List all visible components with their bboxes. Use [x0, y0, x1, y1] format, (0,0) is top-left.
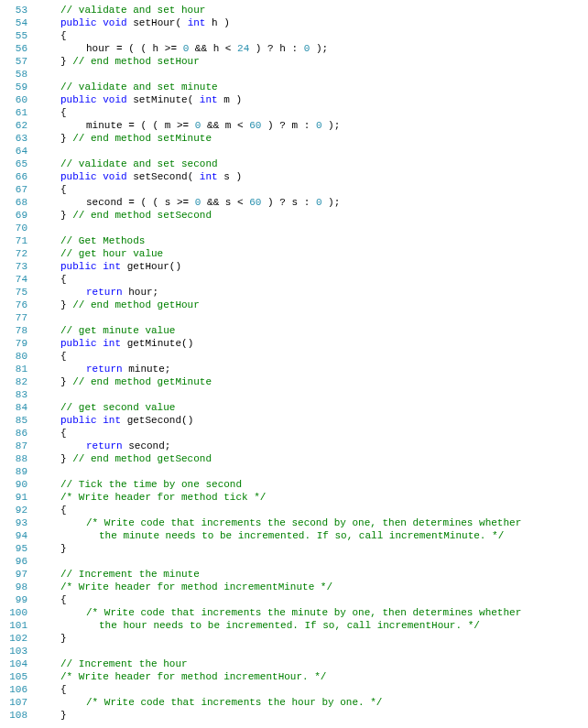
code-line: public void setHour( int h ) [35, 16, 588, 29]
line-number: 93 [0, 516, 27, 529]
line-number: 92 [0, 504, 27, 516]
code-line: } // end method setSecond [35, 209, 588, 222]
code-token: { [60, 684, 67, 695]
code-token: // Increment the minute [60, 569, 200, 580]
line-number: 72 [0, 247, 27, 260]
code-token: minute = ( ( m >= [86, 120, 195, 131]
code-token: the minute needs to be incremented. If s… [99, 530, 504, 541]
code-token: m ) [218, 94, 242, 105]
line-number: 66 [0, 170, 27, 183]
code-token: public [60, 261, 97, 272]
code-token: hour; [123, 287, 159, 298]
code-line: // Increment the hour [35, 657, 588, 670]
code-token: // get second value [60, 402, 175, 413]
line-number: 94 [0, 529, 27, 542]
code-token: /* Write code that increments the second… [86, 517, 521, 528]
code-token: } [60, 376, 72, 387]
code-token: { [60, 351, 67, 362]
line-number: 65 [0, 158, 27, 170]
code-line [35, 388, 588, 401]
line-number: 76 [0, 299, 27, 311]
code-token: /* Write header for method tick */ [60, 492, 266, 503]
code-token: ) ? h : [249, 43, 303, 54]
code-line: { [35, 29, 588, 42]
code-token: // Get Methods [60, 235, 145, 246]
code-line: hour = ( ( h >= 0 && h < 24 ) ? h : 0 ); [35, 42, 588, 55]
code-line: second = ( ( s >= 0 && s < 60 ) ? s : 0 … [35, 196, 588, 209]
code-line: { [35, 350, 588, 363]
code-line: // Get Methods [35, 234, 588, 247]
code-token: } [60, 299, 72, 310]
code-token: getHour() [121, 261, 181, 272]
line-number: 97 [0, 568, 27, 581]
code-token: // validate and set second [60, 158, 218, 169]
code-token: second = ( ( s >= [86, 197, 195, 208]
code-token: ); [321, 197, 340, 208]
code-token: // end method getMinute [72, 376, 212, 387]
code-token: // end method setSecond [72, 210, 212, 221]
code-token: // end method setHour [72, 56, 200, 67]
code-token: void [103, 94, 126, 105]
code-token: // get hour value [60, 248, 163, 259]
code-token: return [86, 364, 123, 375]
code-token: } [60, 133, 72, 144]
code-line [35, 68, 588, 81]
code-token: /* Write header for method incrementMinu… [60, 581, 332, 592]
code-token: int [200, 171, 218, 182]
code-token: /* Write code that increments the minute… [86, 607, 521, 618]
code-line: } // end method getSecond [35, 452, 588, 465]
line-number: 84 [0, 401, 27, 414]
line-number: 99 [0, 593, 27, 606]
code-line: { [35, 273, 588, 286]
code-line: { [35, 183, 588, 196]
line-number: 96 [0, 555, 27, 568]
code-token: minute; [123, 364, 171, 375]
line-number: 59 [0, 81, 27, 93]
code-line: public int getHour() [35, 260, 588, 273]
code-line: // get hour value [35, 247, 588, 260]
line-number: 86 [0, 427, 27, 440]
code-token: getMinute() [121, 338, 193, 349]
code-line: } // end method setHour [35, 55, 588, 68]
code-token: && m < [201, 120, 249, 131]
code-token: // end method getSecond [72, 453, 212, 464]
line-number: 53 [0, 4, 27, 16]
code-token: the hour needs to be incremented. If so,… [99, 620, 480, 631]
code-line: } [35, 542, 588, 555]
code-token: int [200, 94, 218, 105]
code-line: /* Write header for method incrementHour… [35, 670, 588, 683]
code-token: void [103, 171, 126, 182]
line-number: 57 [0, 55, 27, 68]
code-line [35, 311, 588, 324]
line-number: 78 [0, 324, 27, 337]
code-line: minute = ( ( m >= 0 && m < 60 ) ? m : 0 … [35, 119, 588, 132]
line-number: 74 [0, 273, 27, 286]
line-number: 68 [0, 196, 27, 209]
code-line: // Increment the minute [35, 568, 588, 581]
code-line: /* Write header for method incrementMinu… [35, 581, 588, 593]
code-line: the hour needs to be incremented. If so,… [35, 619, 588, 632]
code-token: // end method getHour [72, 299, 200, 310]
code-line: // validate and set second [35, 158, 588, 170]
line-number: 62 [0, 119, 27, 132]
code-token: hour = ( ( h >= [86, 43, 183, 54]
code-token: // validate and set hour [60, 5, 205, 16]
code-line: public int getSecond() [35, 414, 588, 427]
line-number: 98 [0, 581, 27, 593]
line-number: 85 [0, 414, 27, 427]
code-token: h ) [205, 17, 229, 28]
code-line: /* Write code that increments the minute… [35, 606, 588, 619]
code-token: public [60, 338, 97, 349]
code-token: ) ? m : [261, 120, 315, 131]
code-token: ); [310, 43, 328, 54]
code-token: 24 [237, 43, 249, 54]
line-number: 80 [0, 350, 27, 363]
code-token: && s < [201, 197, 249, 208]
line-number: 81 [0, 363, 27, 375]
code-token: public [60, 415, 97, 426]
code-line: } // end method getHour [35, 299, 588, 311]
code-token: 60 [249, 197, 261, 208]
code-token: second; [123, 440, 171, 451]
line-number: 54 [0, 16, 27, 29]
line-number: 67 [0, 183, 27, 196]
